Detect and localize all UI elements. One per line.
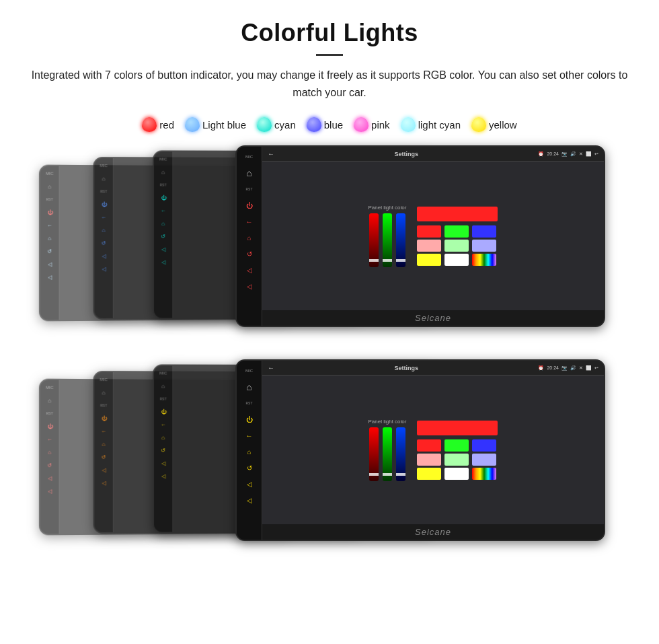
palette-red-1[interactable] (417, 225, 441, 238)
vol-icon-s2: ◁ (99, 251, 108, 260)
status-bar-1: ← Settings ⏰ 20:24 📷 🔊 ✕ ⬜ ↩ (262, 147, 604, 162)
color-label-blue: blue (324, 119, 343, 131)
slider-blue-2[interactable] (396, 427, 405, 481)
palette-white-1[interactable] (444, 254, 469, 266)
back-icon-s2: ← (99, 213, 108, 222)
clock-icon-1: ⏰ (538, 151, 544, 157)
small-sidebar-3: MIC ⌂ RST ⏻ ← ⌂ ↺ ◁ ◁ (154, 152, 173, 318)
vol2d-icon-s: ◁ (45, 473, 54, 482)
palette-blue-1[interactable] (472, 225, 496, 238)
bulb-lightcyan-icon (401, 117, 416, 132)
palette-full-1[interactable] (417, 207, 498, 221)
palette-ltgreen-2[interactable] (444, 454, 469, 466)
bulb-cyan-icon (257, 117, 272, 132)
vol-down-btn: ◁ (243, 264, 256, 276)
rst-icon-s3: RST (159, 180, 168, 190)
color-label-red: red (159, 119, 174, 131)
device-screen-1: ← Settings ⏰ 20:24 📷 🔊 ✕ ⬜ ↩ (262, 147, 604, 326)
home-icon-s: ⌂ (45, 182, 54, 191)
undo-btn: ↺ (243, 248, 256, 260)
palette-yellow-2[interactable] (417, 468, 441, 480)
back-nav-2: ↩ (594, 365, 598, 371)
bulb-pink-icon (354, 117, 369, 132)
slider-green-1[interactable] (383, 213, 392, 267)
back2-btn: ← (243, 429, 256, 441)
camera-icon-1: 📷 (561, 151, 568, 157)
sliders-row-2 (369, 427, 405, 481)
refresh2-icon-s2: ↺ (99, 452, 108, 462)
slider-green-2[interactable] (383, 427, 392, 481)
slider-thumb-green-1 (383, 259, 392, 262)
small-sidebar-2-3: MIC ⌂ RST ⏻ ← ⌂ ↺ ◁ ◁ (154, 366, 173, 532)
panel-light-label-1: Panel light color (369, 205, 407, 211)
small-sidebar-1: MIC ⌂ RST ⏻ ← ⌂ ↺ ◁ ◁ (40, 166, 60, 320)
title-divider (316, 54, 343, 56)
palette-ltblue-1[interactable] (472, 240, 496, 252)
mic-icon-s2: MIC (99, 161, 108, 170)
settings-title-1: Settings (394, 151, 418, 157)
house-icon-s2: ⌂ (99, 225, 108, 235)
small-sidebar-2-1: MIC ⌂ RST ⏻ ← ⌂ ↺ ◁ ◁ (40, 380, 60, 534)
color-item-lightblue: Light blue (185, 117, 246, 132)
power-icon-s: ⏻ (45, 208, 54, 217)
page-title: Colorful Lights (27, 19, 632, 47)
slider-red-2[interactable] (369, 427, 379, 481)
palette-pink-1[interactable] (417, 240, 441, 252)
vol-icon-s3: ◁ (159, 244, 168, 254)
mic2-icon-s: MIC (45, 383, 54, 392)
palette-yellow-1[interactable] (417, 254, 441, 266)
device-group-1: MIC ⌂ RST ⏻ ← ⌂ ↺ ◁ ◁ MIC ⌂ RST (40, 145, 619, 341)
color-item-yellow: yellow (471, 117, 517, 132)
devices-section: MIC ⌂ RST ⏻ ← ⌂ ↺ ◁ ◁ MIC ⌂ RST (0, 145, 659, 575)
mic-icon-s3: MIC (159, 155, 168, 164)
palette-blue-2[interactable] (472, 439, 496, 452)
time-display-2: 20:24 (547, 365, 559, 370)
nav-icon-1: ⬜ (586, 151, 592, 157)
small-sidebar-2: MIC ⌂ RST ⏻ ← ⌂ ↺ ◁ ◁ (94, 158, 113, 318)
back2-icon-s3: ← (159, 420, 168, 429)
slider-thumb-blue-1 (396, 259, 405, 262)
palette-grid-1 (417, 225, 498, 266)
palette-full-2[interactable] (417, 421, 498, 435)
back-arrow-1: ← (268, 150, 274, 157)
back-icon-s: ← (45, 221, 54, 230)
palette-grid-2 (417, 439, 498, 480)
device-sidebar-1: MIC ⌂ RST ⏻ ← ⌂ ↺ ◁ ◁ (237, 147, 262, 326)
vol2-icon-s2: ◁ (99, 264, 108, 273)
back2-icon-s: ← (45, 435, 54, 444)
status-right-1: ⏰ 20:24 📷 🔊 ✕ ⬜ ↩ (538, 151, 598, 157)
vol2-icon-s: ◁ (45, 273, 54, 282)
palette-green-2[interactable] (444, 439, 469, 452)
power2-icon-s2: ⏻ (99, 414, 108, 423)
palette-ltblue-2[interactable] (472, 454, 496, 466)
power-icon-s3: ⏻ (159, 193, 168, 203)
refresh-icon-s: ↺ (45, 246, 54, 256)
back-nav-1: ↩ (594, 151, 598, 157)
palette-ltgreen-1[interactable] (444, 240, 469, 252)
palette-rainbow-1[interactable] (472, 254, 496, 266)
palette-white-2[interactable] (444, 468, 469, 480)
power2-btn: ⏻ (243, 413, 256, 425)
slider-blue-1[interactable] (396, 213, 405, 267)
home2-icon-s3: ⌂ (159, 382, 168, 391)
palette-pink-2[interactable] (417, 454, 441, 466)
color-item-lightcyan: light cyan (401, 117, 461, 132)
back-btn: ← (243, 215, 256, 227)
rst-label: RST (243, 183, 256, 195)
palette-red-2[interactable] (417, 439, 441, 452)
home-icon-s3: ⌂ (159, 168, 168, 177)
vol2d-icon-s2: ◁ (99, 465, 108, 474)
clock-icon-2: ⏰ (538, 365, 544, 371)
mic2-icon-s3: MIC (159, 369, 168, 378)
palette-green-1[interactable] (444, 225, 469, 238)
slider-red-1[interactable] (369, 213, 379, 267)
bulb-blue-icon (307, 117, 321, 132)
mic-icon-s: MIC (45, 169, 54, 178)
vol-icon-s: ◁ (45, 259, 54, 269)
color-label-pink: pink (371, 119, 390, 131)
house-icon-s3: ⌂ (159, 219, 168, 228)
palette-rainbow-2[interactable] (472, 468, 496, 480)
speaker-icon-2: 🔊 (570, 365, 576, 371)
color-label-cyan: cyan (274, 119, 296, 131)
palette-area-1 (417, 207, 498, 266)
